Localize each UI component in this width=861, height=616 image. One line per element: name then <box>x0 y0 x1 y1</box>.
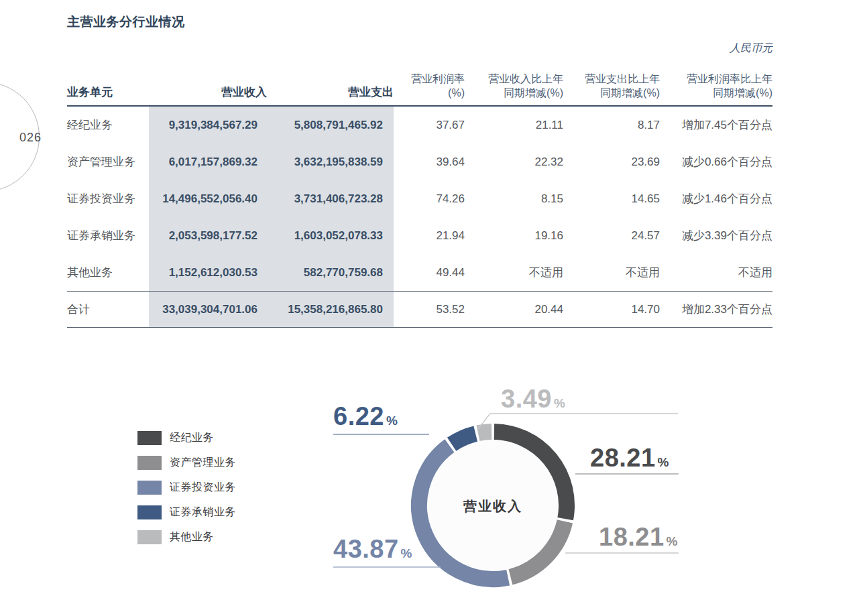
table-cell: 21.11 <box>465 107 563 143</box>
table-cell: 8.17 <box>563 107 660 143</box>
percent-value: 6.22 <box>333 402 384 431</box>
table-row: 证券投资业务14,496,552,056.403,731,406,723.287… <box>67 180 772 217</box>
donut-center-label: 营业收入 <box>443 497 543 515</box>
table-cell: 9,319,384,567.29 <box>149 107 267 143</box>
total-cell: 33,039,304,701.06 <box>149 292 267 327</box>
header-cell: 业务单元 <box>67 64 149 105</box>
percent-unit: % <box>386 414 398 428</box>
legend-swatch <box>137 456 162 470</box>
legend-label: 资产管理业务 <box>170 456 236 470</box>
table-cell: 8.15 <box>465 180 563 217</box>
business-segment-table: 业务单元营业收入营业支出营业利润率 (%)营业收入比上年 同期增减(%)营业支出… <box>67 64 772 328</box>
table-row: 经纪业务9,319,384,567.295,808,791,465.9237.6… <box>67 107 772 143</box>
legend-item: 证券承销业务 <box>137 504 236 520</box>
legend-swatch <box>137 505 162 519</box>
table-cell: 经纪业务 <box>67 107 149 143</box>
legend-label: 证券承销业务 <box>170 505 236 519</box>
legend-item: 证券投资业务 <box>137 479 236 495</box>
table-cell: 减少1.46个百分点 <box>660 180 772 217</box>
table-cell: 3,632,195,838.59 <box>267 143 394 180</box>
table-cell: 1,603,052,078.33 <box>267 217 394 254</box>
table-cell: 2,053,598,177.52 <box>149 217 267 254</box>
header-cell: 营业收入 <box>149 64 267 105</box>
header-cell: 营业利润率 (%) <box>394 64 465 105</box>
table-cell: 1,152,612,030.53 <box>149 254 267 291</box>
table-body: 经纪业务9,319,384,567.295,808,791,465.9237.6… <box>67 107 772 291</box>
percent-unit: % <box>401 546 412 561</box>
table-cell: 582,770,759.68 <box>267 254 394 291</box>
percent-unit: % <box>667 534 678 549</box>
table-row: 其他业务1,152,612,030.53582,770,759.6849.44不… <box>67 254 772 291</box>
table-cell: 增加7.45个百分点 <box>660 107 772 143</box>
legend-label: 证券投资业务 <box>170 481 236 495</box>
table-cell: 14,496,552,056.40 <box>149 180 267 217</box>
donut-segment-其他业务 <box>478 432 492 433</box>
header-cell: 营业利润率比上年 同期增减(%) <box>660 64 772 105</box>
total-cell: 合计 <box>67 292 149 327</box>
table-cell: 39.64 <box>394 143 465 180</box>
table-cell: 24.57 <box>563 217 660 254</box>
percent-unit: % <box>658 455 669 470</box>
table-cell: 6,017,157,869.32 <box>149 143 267 180</box>
header-cell: 营业支出比上年 同期增减(%) <box>563 64 660 105</box>
section-title: 主营业务分行业情况 <box>67 13 185 31</box>
table-cell: 证券承销业务 <box>67 217 149 254</box>
table-cell: 减少0.66个百分点 <box>660 143 772 180</box>
table-cell: 49.44 <box>394 254 465 291</box>
table-cell: 21.94 <box>394 217 465 254</box>
table-cell: 23.69 <box>563 143 660 180</box>
percent-label-证券承销业务: 6.22% <box>333 402 398 431</box>
total-cell: 增加2.33个百分点 <box>660 292 772 327</box>
chart-legend: 经纪业务资产管理业务证券投资业务证券承销业务其他业务 <box>137 430 236 554</box>
legend-label: 经纪业务 <box>170 431 214 445</box>
report-page: 026 主营业务分行业情况 人民币元 业务单元营业收入营业支出营业利润率 (%)… <box>0 0 861 616</box>
table-row: 资产管理业务6,017,157,869.323,632,195,838.5939… <box>67 143 772 180</box>
percent-value: 43.87 <box>333 535 399 564</box>
percent-label-资产管理业务: 18.21% <box>599 523 678 552</box>
table-row: 证券承销业务2,053,598,177.521,603,052,078.3321… <box>67 217 772 254</box>
table-cell: 19.16 <box>465 217 563 254</box>
header-cell: 营业支出 <box>267 64 394 105</box>
table-cell: 5,808,791,465.92 <box>267 107 394 143</box>
table-cell: 其他业务 <box>67 254 149 291</box>
table-cell: 减少3.39个百分点 <box>660 217 772 254</box>
table-cell: 资产管理业务 <box>67 143 149 180</box>
table-cell: 不适用 <box>563 254 660 291</box>
table-cell: 14.65 <box>563 180 660 217</box>
legend-item: 经纪业务 <box>137 430 236 446</box>
legend-item: 其他业务 <box>137 529 236 545</box>
percent-label-经纪业务: 28.21% <box>590 444 669 473</box>
percent-value: 18.21 <box>599 523 665 552</box>
donut-segment-证券承销业务 <box>452 434 476 444</box>
table-cell: 37.67 <box>394 107 465 143</box>
table-header-row: 业务单元营业收入营业支出营业利润率 (%)营业收入比上年 同期增减(%)营业支出… <box>67 64 772 107</box>
total-cell: 15,358,216,865.80 <box>267 292 394 327</box>
legend-swatch <box>137 431 162 445</box>
percent-value: 28.21 <box>590 444 656 473</box>
total-cell: 20.44 <box>465 292 563 327</box>
table-cell: 74.26 <box>394 180 465 217</box>
table-cell: 22.32 <box>465 143 563 180</box>
total-cell: 14.70 <box>563 292 660 327</box>
table-cell: 证券投资业务 <box>67 180 149 217</box>
page-number: 026 <box>19 131 42 145</box>
legend-label: 其他业务 <box>170 530 214 544</box>
header-cell: 营业收入比上年 同期增减(%) <box>465 64 563 105</box>
legend-swatch <box>137 530 162 544</box>
percent-label-其他业务: 3.49% <box>501 385 565 414</box>
percent-value: 3.49 <box>501 385 552 414</box>
legend-item: 资产管理业务 <box>137 454 236 471</box>
total-cell: 53.52 <box>394 292 465 327</box>
percent-unit: % <box>554 396 565 411</box>
table-cell: 不适用 <box>660 254 772 291</box>
table-total-row: 合计33,039,304,701.0615,358,216,865.8053.5… <box>67 291 772 328</box>
percent-label-证券投资业务: 43.87% <box>333 535 412 564</box>
currency-unit-note: 人民币元 <box>730 42 772 56</box>
legend-swatch <box>137 481 162 495</box>
table-cell: 3,731,406,723.28 <box>267 180 394 217</box>
table-cell: 不适用 <box>465 254 563 291</box>
